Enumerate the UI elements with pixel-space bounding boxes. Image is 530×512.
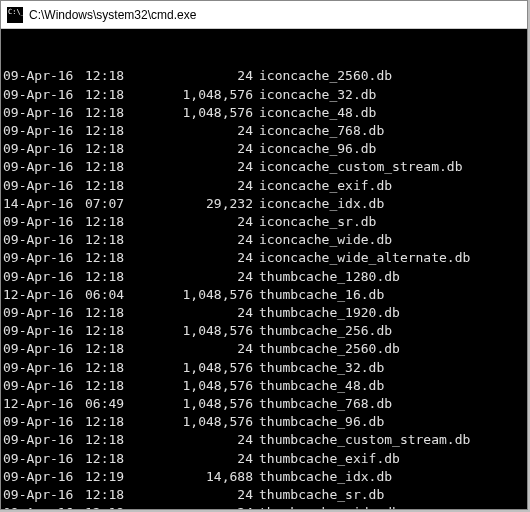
file-size: 1,048,576 xyxy=(143,86,253,104)
file-size: 1,048,576 xyxy=(143,359,253,377)
file-row: 12-Apr-1606:041,048,576thumbcache_16.db xyxy=(3,286,527,304)
file-size: 24 xyxy=(143,231,253,249)
file-time: 12:18 xyxy=(85,340,133,358)
file-time: 12:18 xyxy=(85,249,133,267)
file-name: thumbcache_96.db xyxy=(259,414,384,429)
file-time: 12:18 xyxy=(85,213,133,231)
file-time: 07:07 xyxy=(85,195,133,213)
file-size: 1,048,576 xyxy=(143,104,253,122)
file-date: 09-Apr-16 xyxy=(3,67,75,85)
file-row: 09-Apr-1612:181,048,576thumbcache_48.db xyxy=(3,377,527,395)
file-name: iconcache_sr.db xyxy=(259,214,376,229)
file-size: 24 xyxy=(143,213,253,231)
file-size: 24 xyxy=(143,177,253,195)
file-size: 24 xyxy=(143,158,253,176)
file-row: 09-Apr-1612:181,048,576thumbcache_32.db xyxy=(3,359,527,377)
file-date: 09-Apr-16 xyxy=(3,268,75,286)
file-date: 09-Apr-16 xyxy=(3,504,75,509)
file-date: 09-Apr-16 xyxy=(3,249,75,267)
file-row: 09-Apr-1612:1824iconcache_wide_alternate… xyxy=(3,249,527,267)
file-size: 29,232 xyxy=(143,195,253,213)
file-size: 24 xyxy=(143,140,253,158)
file-date: 09-Apr-16 xyxy=(3,304,75,322)
file-time: 12:18 xyxy=(85,140,133,158)
file-time: 12:18 xyxy=(85,504,133,509)
file-row: 09-Apr-1612:181,048,576thumbcache_256.db xyxy=(3,322,527,340)
file-date: 09-Apr-16 xyxy=(3,213,75,231)
file-name: iconcache_idx.db xyxy=(259,196,384,211)
file-name: thumbcache_48.db xyxy=(259,378,384,393)
file-date: 09-Apr-16 xyxy=(3,86,75,104)
file-row: 09-Apr-1612:1824iconcache_exif.db xyxy=(3,177,527,195)
file-row: 09-Apr-1612:1824thumbcache_1280.db xyxy=(3,268,527,286)
file-date: 09-Apr-16 xyxy=(3,140,75,158)
file-time: 12:18 xyxy=(85,158,133,176)
file-date: 09-Apr-16 xyxy=(3,322,75,340)
file-name: iconcache_custom_stream.db xyxy=(259,159,463,174)
file-size: 24 xyxy=(143,504,253,509)
file-time: 06:04 xyxy=(85,286,133,304)
file-name: iconcache_wide.db xyxy=(259,232,392,247)
file-name: iconcache_48.db xyxy=(259,105,376,120)
file-size: 24 xyxy=(143,122,253,140)
file-time: 12:18 xyxy=(85,450,133,468)
file-row: 09-Apr-1612:181,048,576thumbcache_96.db xyxy=(3,413,527,431)
file-size: 14,688 xyxy=(143,468,253,486)
file-time: 12:18 xyxy=(85,304,133,322)
file-row: 09-Apr-1612:1824thumbcache_1920.db xyxy=(3,304,527,322)
file-date: 12-Apr-16 xyxy=(3,286,75,304)
file-time: 12:18 xyxy=(85,104,133,122)
file-row: 09-Apr-1612:1824thumbcache_2560.db xyxy=(3,340,527,358)
file-date: 09-Apr-16 xyxy=(3,377,75,395)
file-row: 09-Apr-1612:1824thumbcache_sr.db xyxy=(3,486,527,504)
file-name: iconcache_768.db xyxy=(259,123,384,138)
file-name: iconcache_2560.db xyxy=(259,68,392,83)
file-row: 09-Apr-1612:181,048,576iconcache_32.db xyxy=(3,86,527,104)
file-date: 14-Apr-16 xyxy=(3,195,75,213)
file-name: iconcache_96.db xyxy=(259,141,376,156)
file-row: 09-Apr-1612:1824iconcache_96.db xyxy=(3,140,527,158)
file-size: 24 xyxy=(143,304,253,322)
file-time: 12:18 xyxy=(85,177,133,195)
file-time: 12:18 xyxy=(85,359,133,377)
file-date: 09-Apr-16 xyxy=(3,431,75,449)
file-date: 09-Apr-16 xyxy=(3,359,75,377)
titlebar[interactable]: C:\Windows\system32\cmd.exe xyxy=(1,1,527,29)
cmd-window: C:\Windows\system32\cmd.exe 09-Apr-1612:… xyxy=(0,0,528,510)
file-date: 09-Apr-16 xyxy=(3,468,75,486)
file-time: 12:18 xyxy=(85,431,133,449)
file-size: 1,048,576 xyxy=(143,413,253,431)
file-size: 24 xyxy=(143,249,253,267)
file-name: thumbcache_1920.db xyxy=(259,305,400,320)
file-date: 09-Apr-16 xyxy=(3,231,75,249)
file-date: 09-Apr-16 xyxy=(3,104,75,122)
file-size: 24 xyxy=(143,486,253,504)
cmd-icon xyxy=(7,7,23,23)
file-name: thumbcache_768.db xyxy=(259,396,392,411)
file-row: 09-Apr-1612:181,048,576iconcache_48.db xyxy=(3,104,527,122)
file-date: 09-Apr-16 xyxy=(3,413,75,431)
file-date: 09-Apr-16 xyxy=(3,122,75,140)
file-name: iconcache_exif.db xyxy=(259,178,392,193)
terminal-output[interactable]: 09-Apr-1612:1824iconcache_2560.db09-Apr-… xyxy=(1,29,527,509)
file-name: iconcache_32.db xyxy=(259,87,376,102)
file-name: thumbcache_wide.db xyxy=(259,505,400,509)
file-date: 09-Apr-16 xyxy=(3,486,75,504)
file-size: 1,048,576 xyxy=(143,395,253,413)
file-time: 12:18 xyxy=(85,486,133,504)
file-time: 12:18 xyxy=(85,122,133,140)
file-row: 09-Apr-1612:1824iconcache_wide.db xyxy=(3,231,527,249)
file-name: thumbcache_sr.db xyxy=(259,487,384,502)
file-name: thumbcache_256.db xyxy=(259,323,392,338)
window-title: C:\Windows\system32\cmd.exe xyxy=(29,8,196,22)
file-name: iconcache_wide_alternate.db xyxy=(259,250,470,265)
file-size: 1,048,576 xyxy=(143,322,253,340)
file-row: 09-Apr-1612:1824thumbcache_exif.db xyxy=(3,450,527,468)
file-row: 09-Apr-1612:1824thumbcache_wide.db xyxy=(3,504,527,509)
file-date: 09-Apr-16 xyxy=(3,340,75,358)
file-size: 1,048,576 xyxy=(143,377,253,395)
file-name: thumbcache_idx.db xyxy=(259,469,392,484)
file-date: 09-Apr-16 xyxy=(3,450,75,468)
file-time: 12:18 xyxy=(85,231,133,249)
file-date: 09-Apr-16 xyxy=(3,158,75,176)
